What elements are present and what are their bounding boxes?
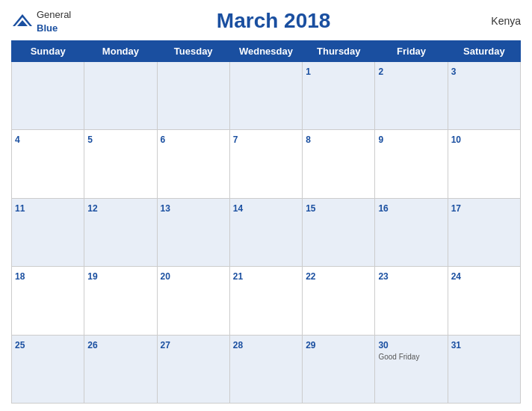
day-number: 21	[233, 271, 243, 282]
calendar-cell: 11	[12, 198, 84, 266]
weekday-header-thursday: Thursday	[303, 41, 375, 62]
logo-icon	[11, 13, 34, 29]
weekday-header-monday: Monday	[84, 41, 157, 62]
calendar-cell: 26	[84, 335, 157, 403]
day-number: 31	[451, 340, 461, 350]
calendar-cell: 9	[375, 130, 448, 198]
day-number: 17	[451, 203, 461, 214]
weekday-header-sunday: Sunday	[12, 41, 84, 62]
weekday-header-wednesday: Wednesday	[229, 41, 302, 62]
calendar-cell: 14	[229, 198, 302, 266]
day-number: 27	[161, 340, 170, 350]
calendar-cell: 17	[448, 198, 520, 266]
calendar-cell: 27	[157, 335, 229, 403]
calendar-cell: 18	[12, 267, 84, 335]
calendar-week-row: 45678910	[12, 130, 521, 198]
day-number: 23	[378, 271, 388, 282]
calendar-cell	[157, 62, 229, 130]
calendar-table: SundayMondayTuesdayWednesdayThursdayFrid…	[11, 40, 521, 404]
day-number: 7	[233, 135, 238, 145]
calendar-cell: 30Good Friday	[375, 335, 448, 403]
calendar-title: March 2018	[71, 9, 476, 33]
day-number: 26	[87, 340, 97, 350]
calendar-cell: 31	[448, 335, 520, 403]
calendar-cell: 16	[375, 198, 448, 266]
day-number: 11	[15, 203, 25, 214]
calendar-cell: 22	[303, 267, 375, 335]
day-number: 3	[451, 67, 457, 77]
day-number: 2	[378, 67, 383, 77]
day-number: 30	[378, 340, 388, 350]
calendar-cell: 19	[84, 267, 157, 335]
calendar-cell	[12, 62, 84, 130]
weekday-header-tuesday: Tuesday	[157, 41, 229, 62]
calendar-week-row: 123	[12, 62, 521, 130]
country-label: Kenya	[476, 15, 521, 27]
calendar-week-row: 18192021222324	[12, 267, 521, 335]
weekday-header-saturday: Saturday	[448, 41, 520, 62]
calendar-cell: 28	[229, 335, 302, 403]
calendar-cell: 10	[448, 130, 520, 198]
day-number: 6	[161, 135, 166, 145]
day-number: 25	[15, 340, 25, 350]
calendar-cell: 15	[303, 198, 375, 266]
calendar-cell: 7	[229, 130, 302, 198]
calendar-cell: 5	[84, 130, 157, 198]
calendar-week-row: 252627282930Good Friday31	[12, 335, 521, 403]
day-number: 13	[161, 203, 170, 214]
day-number: 28	[233, 340, 243, 350]
calendar-cell: 20	[157, 267, 229, 335]
day-number: 24	[451, 271, 461, 282]
logo: General Blue	[11, 7, 71, 34]
weekday-header-friday: Friday	[375, 41, 448, 62]
calendar-week-row: 11121314151617	[12, 198, 521, 266]
holiday-label: Good Friday	[378, 353, 444, 362]
calendar-cell: 29	[303, 335, 375, 403]
day-number: 16	[378, 203, 388, 214]
calendar-body: 1234567891011121314151617181920212223242…	[12, 62, 521, 404]
day-number: 15	[306, 203, 315, 214]
day-number: 9	[378, 135, 383, 145]
calendar-cell: 4	[12, 130, 84, 198]
calendar-cell: 12	[84, 198, 157, 266]
day-number: 12	[87, 203, 97, 214]
day-number: 18	[15, 271, 25, 282]
calendar-cell: 25	[12, 335, 84, 403]
day-number: 14	[233, 203, 243, 214]
calendar-cell	[84, 62, 157, 130]
calendar-cell	[229, 62, 302, 130]
day-number: 8	[306, 135, 311, 145]
calendar-cell: 24	[448, 267, 520, 335]
day-number: 20	[161, 271, 170, 282]
calendar-cell: 6	[157, 130, 229, 198]
calendar-cell: 23	[375, 267, 448, 335]
day-number: 19	[87, 271, 97, 282]
logo-general-text: General	[37, 9, 71, 20]
calendar-cell: 21	[229, 267, 302, 335]
calendar-cell: 1	[303, 62, 375, 130]
logo-blue-text: Blue	[37, 22, 58, 34]
calendar-cell: 2	[375, 62, 448, 130]
calendar-cell: 3	[448, 62, 520, 130]
calendar-cell: 8	[303, 130, 375, 198]
day-number: 10	[451, 135, 461, 145]
day-number: 4	[15, 135, 20, 145]
day-number: 5	[87, 135, 93, 145]
calendar-header: General Blue March 2018 Kenya	[11, 7, 521, 34]
day-number: 29	[306, 340, 315, 350]
calendar-cell: 13	[157, 198, 229, 266]
day-number: 22	[306, 271, 315, 282]
weekday-header-row: SundayMondayTuesdayWednesdayThursdayFrid…	[12, 41, 521, 62]
day-number: 1	[306, 67, 311, 77]
